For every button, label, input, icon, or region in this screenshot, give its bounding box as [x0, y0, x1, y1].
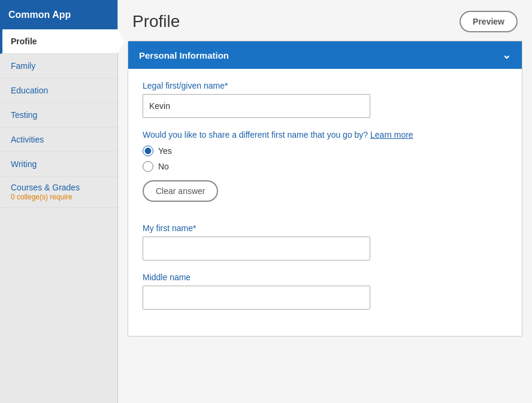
section-header[interactable]: Personal Information ⌄: [128, 41, 522, 69]
sidebar-item-label: Writing: [11, 159, 37, 169]
main-content: Profile Preview Personal Information ⌄ L…: [118, 0, 532, 403]
sidebar-item-testing[interactable]: Testing: [0, 103, 117, 128]
main-header: Profile Preview: [118, 0, 532, 41]
form-content: Legal first/given name* Would you like t…: [128, 69, 522, 336]
sidebar-item-profile[interactable]: Profile: [0, 29, 117, 54]
sidebar-item-label: Courses & Grades: [11, 183, 109, 192]
sidebar-item-label: Profile: [11, 37, 37, 46]
sidebar-item-label: Activities: [11, 135, 44, 144]
page-title: Profile: [132, 12, 180, 31]
sidebar-item-label: Education: [11, 86, 48, 95]
sidebar: Common App Profile Family Education Test…: [0, 0, 118, 403]
preview-button[interactable]: Preview: [460, 11, 518, 32]
yes-option[interactable]: Yes: [143, 146, 507, 156]
sidebar-item-label: Testing: [11, 110, 37, 120]
my-first-name-label: My first name*: [143, 223, 507, 233]
share-name-group: Would you like to share a different firs…: [143, 130, 507, 211]
yes-label[interactable]: Yes: [158, 146, 172, 156]
share-name-question: Would you like to share a different firs…: [143, 130, 507, 140]
middle-name-group: Middle name: [143, 272, 507, 310]
middle-name-input[interactable]: [143, 286, 370, 310]
legal-first-name-group: Legal first/given name*: [143, 81, 507, 118]
sidebar-item-education[interactable]: Education: [0, 78, 117, 103]
sidebar-item-family[interactable]: Family: [0, 54, 117, 78]
sidebar-item-label: Family: [11, 61, 35, 71]
legal-first-name-label: Legal first/given name*: [143, 81, 507, 90]
no-option[interactable]: No: [143, 161, 507, 172]
my-first-name-input[interactable]: [143, 237, 370, 260]
sidebar-item-sub: 0 college(s) require: [11, 193, 109, 201]
sidebar-item-writing[interactable]: Writing: [0, 152, 117, 177]
sidebar-item-activities[interactable]: Activities: [0, 128, 117, 152]
learn-more-link[interactable]: Learn more: [370, 130, 413, 140]
sidebar-item-courses-grades[interactable]: Courses & Grades 0 college(s) require: [0, 177, 117, 208]
middle-name-label: Middle name: [143, 272, 507, 282]
clear-answer-button[interactable]: Clear answer: [143, 180, 218, 202]
chevron-down-icon: ⌄: [502, 49, 511, 62]
legal-first-name-input[interactable]: [143, 94, 370, 118]
no-radio[interactable]: [143, 161, 153, 172]
no-label[interactable]: No: [158, 162, 169, 171]
section-panel: Personal Information ⌄ Legal first/given…: [128, 41, 522, 337]
my-first-name-group: My first name*: [143, 223, 507, 260]
yes-radio[interactable]: [143, 146, 153, 156]
share-name-radio-group: Yes No: [143, 146, 507, 172]
section-header-title: Personal Information: [139, 50, 229, 60]
sidebar-header: Common App: [0, 0, 117, 29]
sidebar-title: Common App: [8, 10, 71, 20]
